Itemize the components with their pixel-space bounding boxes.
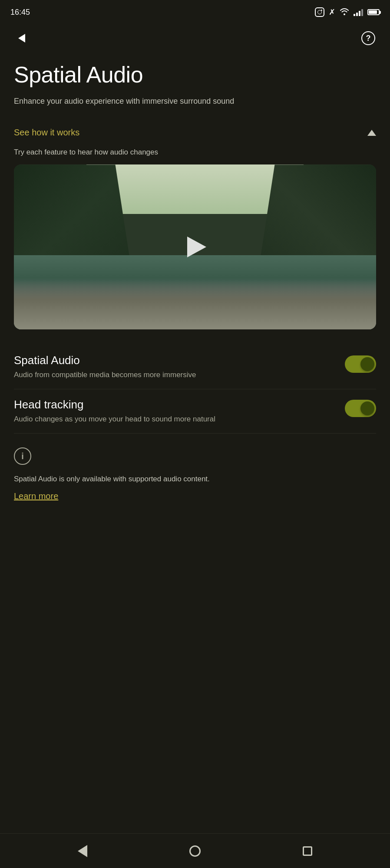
- help-button[interactable]: ?: [359, 29, 378, 48]
- bottom-nav: [0, 833, 390, 868]
- nav-recents-icon: [303, 846, 312, 856]
- help-circle-icon: ?: [361, 31, 375, 45]
- spatial-audio-title: Spatial Audio: [14, 354, 334, 367]
- video-thumbnail[interactable]: [14, 164, 376, 329]
- head-tracking-title: Head tracking: [14, 398, 334, 411]
- head-tracking-desc: Audio changes as you move your head to s…: [14, 414, 334, 424]
- bluetooth-icon: ✗: [329, 7, 335, 17]
- nav-recents-button[interactable]: [297, 840, 318, 862]
- head-tracking-toggle[interactable]: [345, 400, 376, 417]
- info-icon: i: [14, 447, 31, 465]
- spatial-audio-toggle[interactable]: [345, 355, 376, 373]
- head-tracking-text: Head tracking Audio changes as you move …: [14, 398, 345, 424]
- instagram-icon: [315, 7, 324, 17]
- rocks-area: [14, 280, 376, 329]
- chevron-up-icon: [367, 130, 376, 136]
- spatial-audio-desc: Audio from compatible media becomes more…: [14, 370, 334, 380]
- expandable-title: See how it works: [14, 128, 79, 138]
- learn-more-link[interactable]: Learn more: [14, 491, 58, 501]
- page-subtitle: Enhance your audio experience with immer…: [14, 96, 376, 107]
- wifi-icon: [340, 7, 349, 17]
- page-title: Spatial Audio: [14, 62, 376, 87]
- info-text: Spatial Audio is only available with sup…: [14, 473, 376, 485]
- nav-home-button[interactable]: [184, 840, 206, 862]
- info-i-icon: i: [21, 452, 24, 460]
- expandable-section: See how it works Try each feature to hea…: [14, 124, 376, 329]
- expandable-body-text: Try each feature to hear how audio chang…: [14, 148, 376, 157]
- play-button[interactable]: [181, 233, 209, 261]
- battery-icon: [367, 9, 380, 15]
- top-nav: ?: [0, 23, 390, 54]
- nav-home-icon: [189, 845, 201, 857]
- spatial-audio-text: Spatial Audio Audio from compatible medi…: [14, 354, 345, 380]
- nav-back-icon: [78, 845, 87, 857]
- toggle-knob-head: [360, 401, 374, 415]
- back-button[interactable]: [12, 29, 31, 48]
- back-arrow-icon: [18, 34, 25, 43]
- nav-back-button[interactable]: [72, 840, 93, 862]
- info-section: i Spatial Audio is only available with s…: [14, 434, 376, 510]
- signal-icon: [354, 8, 363, 16]
- expandable-header[interactable]: See how it works: [14, 124, 376, 141]
- head-tracking-setting: Head tracking Audio changes as you move …: [14, 389, 376, 434]
- play-icon: [187, 237, 206, 257]
- status-icons: ✗: [315, 7, 380, 17]
- status-bar: 16:45 ✗: [0, 0, 390, 23]
- main-content: Spatial Audio Enhance your audio experie…: [0, 54, 390, 553]
- spatial-audio-setting: Spatial Audio Audio from compatible medi…: [14, 345, 376, 389]
- status-time: 16:45: [10, 8, 30, 17]
- toggle-knob-spatial: [360, 357, 374, 371]
